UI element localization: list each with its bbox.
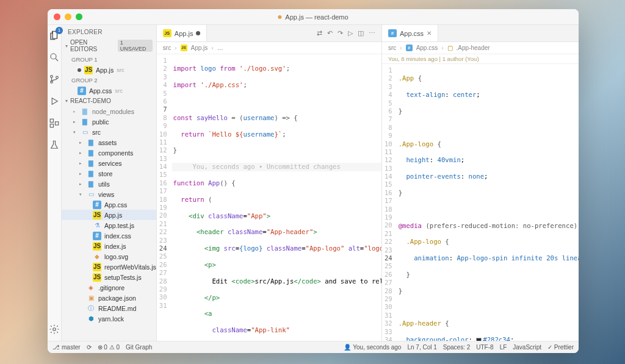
diff-toggle-icon[interactable]: ⇄ [317, 29, 322, 37]
file-rwv[interactable]: JSreportWebVitals.js [62, 262, 156, 272]
css-selector-icon: ▢ [447, 45, 453, 51]
breadcrumb-folder: src [388, 45, 396, 51]
window-minimize[interactable] [65, 13, 71, 20]
activity-testing[interactable] [48, 138, 61, 152]
dirty-dot-icon [278, 15, 281, 19]
status-problems[interactable]: ⊗ 0 ⚠ 0 [98, 344, 120, 351]
file-yarnlock[interactable]: ⬢yarn.lock [62, 313, 156, 324]
split-editor-icon[interactable]: ◫ [358, 29, 364, 37]
js-icon: JS [181, 45, 187, 51]
file-logosvg[interactable]: ◆logo.svg [62, 251, 156, 262]
open-editors-section[interactable]: ▾ OPEN EDITORS 1 UNSAVED [62, 38, 156, 54]
status-prettier[interactable]: ✓ Prettier [547, 344, 574, 351]
js-icon: JS [84, 66, 93, 74]
folder-services[interactable]: ▸▇services [62, 158, 156, 168]
go-forward-icon[interactable]: ↷ [338, 29, 343, 37]
folder-assets[interactable]: ▸▇assets [62, 137, 156, 148]
window-title: App.js — react-demo [278, 13, 348, 21]
activity-scm[interactable] [48, 73, 61, 86]
close-icon[interactable]: ✕ [427, 30, 432, 37]
more-icon[interactable]: ⋯ [369, 29, 375, 37]
status-branch[interactable]: ⎇master [52, 344, 81, 351]
status-language[interactable]: JavaScript [513, 344, 541, 351]
breadcrumb-selector: .App-header [457, 45, 490, 51]
status-sync[interactable]: ⟳ [87, 344, 92, 351]
status-spaces[interactable]: Spaces: 2 [443, 344, 470, 351]
yarn-icon: ⬢ [87, 315, 95, 323]
file-apptest[interactable]: ⚗App.test.js [62, 220, 156, 230]
project-section[interactable]: ▾ REACT-DEMO [62, 96, 156, 105]
branch-icon: ⎇ [52, 344, 60, 351]
traffic-lights [48, 13, 82, 20]
tab-label: App.js [175, 30, 193, 37]
file-package[interactable]: ▣package.json [62, 293, 156, 303]
js-icon: JS [93, 263, 101, 271]
open-editor-appcss[interactable]: #App.css src [62, 85, 156, 96]
file-readme[interactable]: ⓘREADME.md [62, 303, 156, 313]
breadcrumb-left[interactable]: src› JS App.js› … [157, 42, 381, 54]
activity-debug[interactable] [48, 95, 61, 108]
branch-icon [49, 74, 60, 85]
chevron-down-icon: ▾ [65, 43, 68, 49]
tab-appjs[interactable]: JS App.js [157, 25, 208, 41]
tabbar-right: # App.css ✕ ⋯ [382, 25, 579, 42]
folder-open-icon: ▭ [87, 190, 95, 199]
gutter-right: 1234567891011121314151617181920212223242… [382, 64, 397, 341]
window-maximize[interactable] [76, 13, 82, 20]
folder-utils[interactable]: ▸▇utils [62, 179, 156, 189]
js-icon: JS [93, 211, 101, 219]
project-label: REACT-DEMO [70, 98, 111, 104]
activity-bar: 1 [48, 25, 62, 341]
window-close[interactable] [54, 13, 60, 20]
folder-icon: ▇ [87, 180, 95, 188]
status-blame[interactable]: 👤 You, seconds ago [344, 344, 401, 351]
activity-explorer[interactable]: 1 [48, 29, 61, 42]
file-appcss[interactable]: #App.css [62, 199, 156, 210]
workbench: 1 EXPLORER ▾ OPEN EDITORS 1 UNSAVED GROU… [48, 25, 579, 341]
status-bar: ⎇master ⟳ ⊗ 0 ⚠ 0 Git Graph 👤 You, secon… [48, 341, 579, 353]
run-icon[interactable]: ▷ [348, 29, 353, 37]
titlebar: App.js — react-demo [48, 9, 579, 25]
file-appjs[interactable]: JSApp.js [62, 210, 156, 220]
js-icon: JS [93, 273, 101, 282]
file-indexcss[interactable]: #index.css [62, 230, 156, 241]
unsaved-badge: 1 UNSAVED [118, 40, 153, 52]
status-eol[interactable]: LF [500, 344, 507, 351]
file-setuptests[interactable]: JSsetupTests.js [62, 272, 156, 282]
folder-icon: ▇ [87, 159, 95, 168]
explorer-badge: 1 [56, 27, 63, 34]
folder-src[interactable]: ▾▭src [62, 127, 156, 137]
file-indexjs[interactable]: JSindex.js [62, 241, 156, 251]
breadcrumb-right[interactable]: src› # App.css› ▢ .App-header [382, 42, 579, 54]
js-icon: JS [93, 242, 101, 251]
breadcrumb-folder: src [163, 45, 171, 51]
open-editor-appjs[interactable]: JSApp.js src [62, 65, 156, 75]
gutter-left: 1234567891011121314151617181920212223242… [157, 54, 172, 341]
folder-views[interactable]: ▾▭views [62, 189, 156, 199]
svg-point-1 [51, 76, 53, 78]
folder-components[interactable]: ▸▇components [62, 148, 156, 158]
window-title-text: App.js — react-demo [285, 13, 348, 21]
file-gitignore[interactable]: ◈.gitignore [62, 282, 156, 293]
dirty-dot-icon [196, 31, 200, 35]
tab-appcss[interactable]: # App.css ✕ [382, 25, 438, 41]
status-encoding[interactable]: UTF-8 [476, 344, 493, 351]
folder-icon: ▇ [87, 149, 95, 157]
folder-public[interactable]: ▸▇public [62, 116, 156, 127]
folder-node-modules[interactable]: ▸▇node_modules [62, 106, 156, 116]
folder-store[interactable]: ▸▇store [62, 168, 156, 179]
dirty-dot-icon [78, 68, 81, 72]
test-icon: ⚗ [93, 221, 101, 230]
activity-settings[interactable] [48, 323, 61, 336]
status-gitgraph[interactable]: Git Graph [126, 344, 152, 351]
chevron-down-icon: ▾ [65, 98, 68, 104]
code-editor-left[interactable]: 1234567891011121314151617181920212223242… [157, 54, 381, 341]
activity-extensions[interactable] [48, 116, 61, 130]
status-lncol[interactable]: Ln 7, Col 1 [407, 344, 436, 351]
go-back-icon[interactable]: ↶ [327, 29, 333, 37]
css-icon: # [406, 45, 413, 51]
svg-rect-5 [50, 124, 53, 127]
code-editor-right[interactable]: 1234567891011121314151617181920212223242… [382, 64, 579, 341]
extensions-icon [49, 118, 60, 129]
activity-search[interactable] [48, 51, 61, 64]
